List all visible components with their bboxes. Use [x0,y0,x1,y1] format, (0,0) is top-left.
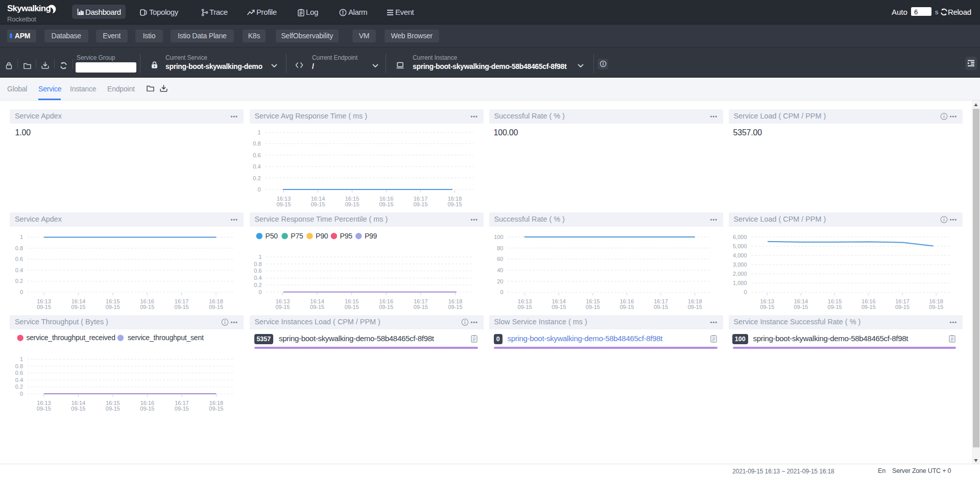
svg-text:09-15: 09-15 [106,304,120,309]
svg-text:20: 20 [497,278,503,284]
svg-text:1: 1 [258,254,261,260]
svg-text:4,000: 4,000 [732,252,747,258]
svg-text:09-15: 09-15 [794,304,808,309]
svg-text:0: 0 [20,391,23,397]
svg-text:1: 1 [257,129,260,135]
svg-text:0: 0 [257,186,260,193]
svg-text:0.2: 0.2 [253,175,260,181]
svg-text:09-15: 09-15 [447,201,462,206]
svg-text:100: 100 [494,233,503,240]
svg-text:09-15: 09-15 [413,303,427,309]
svg-text:0.4: 0.4 [15,267,23,273]
svg-text:09-15: 09-15 [379,303,393,309]
svg-text:P50: P50 [265,231,278,240]
svg-text:0.4: 0.4 [15,377,23,383]
svg-text:0.8: 0.8 [15,245,23,251]
svg-text:09-15: 09-15 [585,304,600,309]
svg-text:09-15: 09-15 [760,304,774,309]
svg-text:3,000: 3,000 [732,261,747,268]
svg-text:1,000: 1,000 [732,280,747,286]
svg-text:0.8: 0.8 [253,140,260,147]
svg-text:0.6: 0.6 [15,256,23,262]
svg-text:0: 0 [20,289,23,295]
svg-text:60: 60 [497,256,503,262]
svg-text:09-15: 09-15 [517,304,532,309]
svg-text:09-15: 09-15 [276,201,291,206]
svg-text:09-15: 09-15 [654,304,668,309]
svg-text:2,000: 2,000 [732,271,747,277]
svg-text:0.6: 0.6 [254,268,261,274]
svg-text:09-15: 09-15 [37,304,51,309]
svg-text:09-15: 09-15 [448,303,462,309]
svg-text:09-15: 09-15 [344,303,358,309]
svg-text:0: 0 [500,289,503,295]
svg-text:0.2: 0.2 [15,278,23,284]
svg-text:P90: P90 [316,231,328,240]
svg-text:09-15: 09-15 [140,304,154,309]
svg-text:09-15: 09-15 [71,304,85,309]
svg-text:09-15: 09-15 [687,304,702,309]
svg-text:09-15: 09-15 [379,201,393,206]
svg-text:09-15: 09-15 [175,304,189,309]
svg-text:0.6: 0.6 [253,152,260,158]
svg-text:09-15: 09-15 [71,406,85,412]
svg-text:1: 1 [20,356,23,362]
svg-text:P95: P95 [340,231,352,240]
svg-text:0.4: 0.4 [254,275,261,281]
svg-text:0: 0 [258,289,261,295]
svg-text:80: 80 [497,245,503,251]
svg-text:09-15: 09-15 [413,201,427,206]
svg-text:P75: P75 [291,231,303,240]
svg-text:09-15: 09-15 [106,406,120,412]
svg-text:5,000: 5,000 [732,243,747,249]
svg-text:09-15: 09-15 [310,201,325,206]
svg-text:09-15: 09-15 [209,304,223,309]
svg-text:0.6: 0.6 [15,370,23,376]
svg-text:09-15: 09-15 [175,406,189,412]
svg-text:09-15: 09-15 [310,303,324,309]
svg-text:service_throughput_received: service_throughput_received [26,333,115,342]
svg-text:09-15: 09-15 [861,304,875,309]
svg-text:0.2: 0.2 [254,281,261,288]
svg-text:09-15: 09-15 [552,304,566,309]
svg-text:0: 0 [744,289,747,295]
svg-text:0.4: 0.4 [253,163,260,170]
svg-text:service_throughput_sent: service_throughput_sent [128,333,204,342]
svg-text:09-15: 09-15 [929,304,943,309]
svg-text:09-15: 09-15 [345,201,359,206]
svg-text:40: 40 [497,267,503,273]
svg-text:1: 1 [20,234,23,240]
svg-text:0.8: 0.8 [254,260,261,267]
svg-text:6,000: 6,000 [732,233,747,240]
svg-text:0.2: 0.2 [15,384,23,390]
svg-text:09-15: 09-15 [209,406,223,412]
svg-text:09-15: 09-15 [827,304,842,309]
svg-text:09-15: 09-15 [895,304,909,309]
svg-text:09-15: 09-15 [275,303,290,309]
svg-text:09-15: 09-15 [619,304,634,309]
svg-text:09-15: 09-15 [140,406,154,412]
svg-text:09-15: 09-15 [37,406,51,412]
svg-text:P99: P99 [364,231,377,240]
svg-text:0.8: 0.8 [15,363,23,369]
